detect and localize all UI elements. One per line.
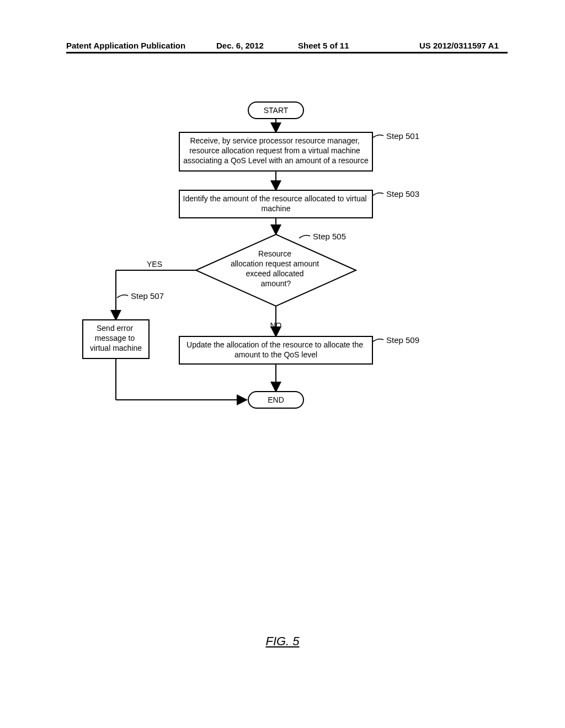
header-sheet: Sheet 5 of 11 [298,41,349,50]
header-pubno: US 2012/0311597 A1 [419,41,499,50]
start-label: START [264,106,289,115]
step-507-text: Send error message to virtual machine [90,324,142,352]
leader-501 [372,135,383,138]
yes-label: YES [147,260,162,269]
header-left: Patent Application Publication [66,41,185,50]
figure-label: FIG. 5 [0,634,565,649]
step-501-label: Step 501 [386,131,419,141]
step-501-text: Receive, by service processor resource m… [183,136,369,165]
step-503-label: Step 503 [386,189,419,199]
flowchart: START Receive, by service processor reso… [55,99,508,485]
header-rule [66,52,508,53]
header-date: Dec. 6, 2012 [216,41,264,50]
no-label: NO [270,321,282,330]
leader-509 [372,339,383,342]
step-507-label: Step 507 [131,291,164,301]
step-509-label: Step 509 [386,335,419,345]
leader-503 [372,193,383,196]
step-505-label: Step 505 [313,232,346,241]
end-label: END [268,395,284,404]
leader-507 [117,295,128,298]
leader-505 [299,235,310,238]
